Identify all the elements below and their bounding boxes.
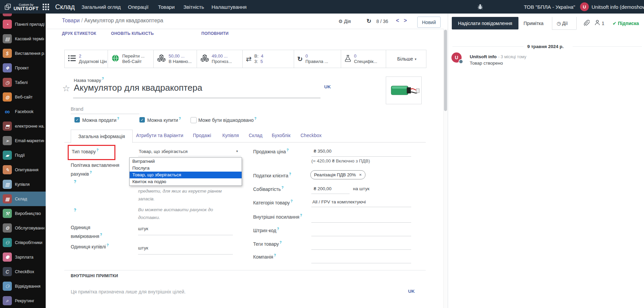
invoice-policy-help-text: Ви можете виставити рахунок додоставки. (138, 206, 233, 221)
tab-checkbox[interactable]: Checkbox (301, 133, 321, 138)
action-menu-button[interactable]: ⚙ Дія (338, 19, 351, 24)
user-avatar[interactable]: U (580, 0, 589, 14)
sidebar-item-surveys[interactable]: ✎ Опитування (0, 162, 46, 177)
send-message-button[interactable]: Надіслати повідомлення (452, 17, 518, 29)
sidebar-item-project[interactable]: ❖ Проект (0, 61, 46, 75)
sidebar-item-maintenance[interactable]: ⚙ Обслуговування (0, 221, 46, 235)
stat-button-reordering-rules[interactable]: ↻ 0Правила ... (294, 50, 341, 68)
sidebar-item-attendances[interactable]: ⚆ Відвідування (0, 279, 46, 293)
product-name-input[interactable]: Акумулятор для квадракоптера (74, 83, 202, 93)
tab-accounting[interactable]: Бухоблік (272, 133, 290, 138)
sales-price-underline (311, 156, 411, 157)
tab-attributes-variants[interactable]: Атрибути та Варіанти (136, 133, 183, 138)
replenish-button[interactable]: ПОПОВНИТИ (201, 31, 229, 36)
product-tags-field[interactable] (311, 249, 411, 250)
print-labels-button[interactable]: ДРУК ЕТИКЕТОК (62, 31, 96, 36)
product-type-select[interactable]: Товар, що зберігається (139, 149, 187, 154)
remove-tag-icon[interactable]: ✕ (359, 173, 362, 177)
checkbox-app-icon: C (3, 267, 12, 276)
elearning-icon: ⬒ (3, 122, 12, 131)
sidebar-item-inventory[interactable]: ▦ Склад (0, 192, 46, 206)
stat-button-extra-prices[interactable]: 2Додаткові Цін (65, 50, 108, 68)
sidebar-item-invoicing[interactable]: $ Виставлення ра... (0, 46, 46, 61)
user-menu[interactable]: Unitsoft info (demoshow (592, 0, 644, 14)
sidebar-item-events[interactable]: ▰ Події (0, 148, 46, 162)
breadcrumb-products-link[interactable]: Товари (62, 18, 80, 23)
menu-products[interactable]: Товари (158, 0, 175, 14)
company-switcher[interactable]: ТОВ "БПЛА - Україна" (524, 0, 575, 14)
tab-purchase[interactable]: Купівля (222, 133, 239, 138)
sidebar-item-dashboards[interactable]: ◔ Панелі приладів (0, 17, 46, 31)
stat-button-goto-website[interactable]: Перейти ...Веб-Сайт (108, 50, 153, 68)
apps-grid-icon[interactable] (43, 0, 49, 14)
internal-reference-field[interactable] (311, 222, 411, 223)
sidebar-item-employees[interactable]: ⚇ Співробітники (0, 235, 46, 250)
more-stat-buttons-dropdown[interactable]: Більше▾ (386, 50, 426, 68)
attachments-paperclip-icon[interactable] (583, 20, 590, 28)
purchase-uom-field[interactable]: штук (138, 245, 148, 250)
product-category-field[interactable]: All / FPV та комплектуючі (312, 199, 366, 204)
barcode-field[interactable] (311, 236, 411, 236)
sidebar-item-elearning[interactable]: ⬒ електронне на... (0, 119, 46, 133)
followers-person-icon[interactable] (595, 20, 600, 27)
dropdown-option-service[interactable]: Послуга (130, 165, 242, 172)
notes-translate-badge[interactable]: UK (408, 289, 415, 294)
stat-button-forecasted[interactable]: 49,00 ...Прогноз... (197, 50, 242, 68)
sidebar-item-payroll[interactable]: ⚈ Зарплата (0, 250, 46, 264)
tab-general-info[interactable]: Загальна інформація (71, 130, 133, 143)
internal-notes-input[interactable]: Ця примітка призначена лише для внутрішн… (71, 289, 186, 294)
subscribe-button[interactable]: ✔ Підписка (613, 21, 639, 26)
sidebar-item-manufacturing[interactable]: ⚒ Виробництво (0, 206, 46, 221)
message-author[interactable]: Unitsoft info (470, 54, 496, 59)
sidebar-item-recruitment[interactable]: ⌕ Рекрутинг (0, 293, 46, 308)
cost-field[interactable]: ₴ 200,00 (314, 186, 332, 191)
can-buy-checkbox[interactable]: ✓ (139, 117, 145, 123)
presence-dot (459, 59, 463, 64)
project-icon: ❖ (3, 63, 12, 72)
sidebar-item-purchase[interactable]: ▥ Купівля (0, 177, 46, 192)
dropdown-option-event-ticket[interactable]: Квиток на подію (130, 178, 242, 185)
product-type-label: Тип товару? (72, 148, 98, 154)
select-caret-icon[interactable]: ▾ (236, 149, 238, 153)
attendances-icon: ⚆ (3, 282, 12, 291)
stat-button-on-hand[interactable]: 50,00 ...В Наявно... (153, 50, 196, 68)
sidebar-item-timesheets[interactable]: ◷ Табелі (0, 75, 46, 90)
sidebar-item-checkbox[interactable]: C CheckBox (0, 264, 46, 279)
log-note-tab[interactable]: Примітка (524, 21, 543, 26)
tab-sales[interactable]: Продажі (193, 133, 211, 138)
tab-inventory[interactable]: Склад (249, 133, 263, 138)
translate-badge[interactable]: UK (324, 84, 331, 89)
can-sell-checkbox[interactable]: ✓ (74, 117, 80, 123)
update-quantity-button[interactable]: ОНОВІТЬ КІЛЬКІСТЬ (111, 31, 154, 36)
product-image[interactable] (386, 76, 422, 104)
uom-field[interactable]: штук (138, 226, 148, 231)
stat-button-bom[interactable]: 0Специфік... (341, 50, 386, 68)
pager-prev-icon[interactable]: < (396, 18, 399, 24)
scrollbar-thumb[interactable] (444, 30, 447, 111)
menu-settings[interactable]: Налаштування (212, 0, 247, 14)
activities-button[interactable]: ◷ Дії (557, 21, 568, 26)
globe-icon (111, 54, 119, 64)
customer-tax-tag[interactable]: Реалізація ПДВ 20%✕ (310, 170, 365, 179)
sidebar-item-facebook[interactable]: ∞ Facebook (0, 104, 46, 119)
refresh-icon[interactable]: ↻ (367, 18, 371, 25)
help-icon: ? (102, 77, 104, 81)
current-app-name[interactable]: Склад (55, 0, 75, 14)
menu-overview[interactable]: Загальний огляд (82, 0, 121, 14)
favorite-star-icon[interactable]: ☆ (62, 83, 70, 94)
brand-field[interactable]: Brand (71, 106, 83, 112)
menu-reporting[interactable]: Звітність (183, 0, 204, 14)
dropdown-option-storable[interactable]: Товар, що зберігається (130, 172, 242, 178)
check-icon: ✔ (613, 21, 617, 26)
pager-next-icon[interactable]: > (404, 18, 407, 24)
sales-price-field[interactable]: ₴ 350,00 (314, 149, 332, 154)
new-record-button[interactable]: Новий (417, 17, 441, 28)
dropdown-option-consumable[interactable]: Витратний (130, 158, 242, 165)
menu-operations[interactable]: Операції (128, 0, 149, 14)
sidebar-item-email-marketing[interactable]: ➢ Email-маркетинг (0, 133, 46, 148)
stat-button-in-out[interactable]: ⇄ В: 4 3: 5 (242, 50, 294, 68)
can-refund-checkbox[interactable]: ✓ (191, 117, 197, 123)
company-field[interactable] (311, 263, 411, 263)
sidebar-item-pos[interactable]: ▤ Касовий термін... (0, 31, 46, 46)
sidebar-item-website[interactable]: ◍ Веб-сайт (0, 90, 46, 104)
